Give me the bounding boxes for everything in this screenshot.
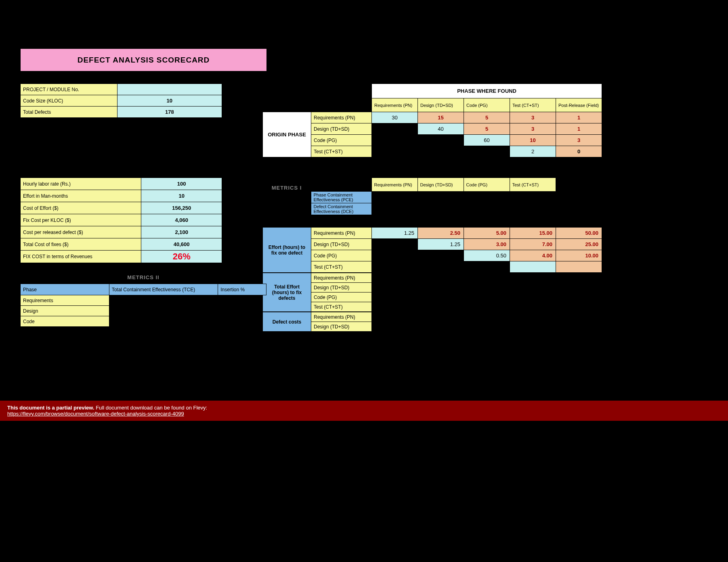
effort-cell: 0.50 bbox=[464, 250, 510, 261]
metrics2-table: PhaseTotal Containment Effectiveness (TC… bbox=[20, 284, 266, 327]
m2-row: Design bbox=[21, 306, 109, 316]
m2-hdr: Total Containment Effectiveness (TCE) bbox=[109, 284, 218, 295]
m2-hdr: Insertion % bbox=[218, 284, 266, 295]
left2-value: 40,600 bbox=[141, 238, 222, 251]
origin-cell: 3 bbox=[510, 112, 556, 123]
origin-row: Test (CT+ST) bbox=[311, 146, 372, 157]
effort-cell: 10.00 bbox=[556, 250, 602, 261]
origin-row: Requirements (PN) bbox=[311, 112, 372, 123]
effort-cell: 50.00 bbox=[556, 228, 602, 239]
left2-label: Cost of Effort ($) bbox=[21, 202, 141, 214]
m1-col: Test (CT+ST) bbox=[510, 178, 556, 192]
left2-value: 100 bbox=[141, 178, 222, 190]
effort-row: Test (CT+ST) bbox=[311, 261, 372, 273]
effort-row: Requirements (PN) bbox=[311, 228, 372, 239]
effort-cell bbox=[418, 261, 464, 273]
phase-col: Requirements (PN) bbox=[372, 98, 418, 112]
effort-cell: 5.00 bbox=[464, 228, 510, 239]
effort-cell: 1.25 bbox=[372, 228, 418, 239]
m2-row: Code bbox=[21, 316, 109, 327]
origin-cell: 5 bbox=[464, 112, 510, 123]
metrics1-label: METRICS I bbox=[262, 178, 311, 192]
m2-hdr: Phase bbox=[21, 284, 109, 295]
origin-cell: 1 bbox=[556, 112, 602, 123]
left2-label: Cost per released defect ($) bbox=[21, 226, 141, 238]
preview-footer: This document is a partial preview. Full… bbox=[0, 401, 728, 421]
left2-value: 4,060 bbox=[141, 214, 222, 226]
effort-cell bbox=[372, 239, 418, 250]
origin-cell: 3 bbox=[556, 135, 602, 146]
origin-phase-label: ORIGIN PHASE bbox=[263, 112, 311, 157]
effort-label: Effort (hours) to fix one defect bbox=[263, 228, 311, 273]
left2-value: 2,100 bbox=[141, 226, 222, 238]
footer-bold: This document is a partial preview. bbox=[7, 405, 94, 411]
left2-value: 26% bbox=[141, 251, 222, 263]
footer-link[interactable]: https://flevy.com/browse/document/softwa… bbox=[7, 411, 184, 417]
defect-costs-label: Defect costs bbox=[263, 312, 311, 332]
summary-table-1: PROJECT / MODULE No.Code Size (KLOC)10To… bbox=[20, 84, 222, 118]
m1-row: Defect Containment Effectiveness (DCE) bbox=[311, 203, 371, 215]
origin-cell: 0 bbox=[556, 146, 602, 157]
defect-costs-table: Defect costsRequirements (PN)Design (TD+… bbox=[262, 312, 372, 332]
phase-col: Post-Release (Field) bbox=[556, 98, 602, 112]
effort-cell: 1.25 bbox=[418, 239, 464, 250]
effort-row: Code (PG) bbox=[311, 250, 372, 261]
left1-label: PROJECT / MODULE No. bbox=[21, 84, 117, 95]
effort-cell bbox=[372, 250, 418, 261]
phase-col: Test (CT+ST) bbox=[510, 98, 556, 112]
origin-cell bbox=[418, 135, 464, 146]
te-row: Requirements (PN) bbox=[311, 273, 372, 283]
left2-label: FIX COST in terms of Revenues bbox=[21, 251, 141, 263]
te-row: Code (PG) bbox=[311, 292, 372, 302]
dc-row: Requirements (PN) bbox=[311, 312, 372, 322]
effort-cell: 15.00 bbox=[510, 228, 556, 239]
left2-label: Effort in Man-months bbox=[21, 190, 141, 202]
metrics1-table: METRICS I Requirements (PN)Design (TD+SD… bbox=[262, 178, 556, 192]
left2-label: Fix Cost per KLOC ($) bbox=[21, 214, 141, 226]
phase-col: Design (TD+SD) bbox=[418, 98, 464, 112]
left2-label: Total Cost of fixes ($) bbox=[21, 238, 141, 251]
left2-label: Hourly labor rate (Rs.) bbox=[21, 178, 141, 190]
effort-cell bbox=[464, 261, 510, 273]
phase-col: Code (PG) bbox=[464, 98, 510, 112]
effort-row: Design (TD+SD) bbox=[311, 239, 372, 250]
metrics2-label: METRICS II bbox=[20, 274, 266, 280]
effort-cell: 3.00 bbox=[464, 239, 510, 250]
m2-row: Requirements bbox=[21, 295, 109, 306]
effort-cell bbox=[372, 261, 418, 273]
total-effort-label: Total Effort (hours) to fix defects bbox=[263, 273, 311, 312]
left2-value: 156,250 bbox=[141, 202, 222, 214]
origin-row: Code (PG) bbox=[311, 135, 372, 146]
effort-cell bbox=[510, 261, 556, 273]
origin-cell: 60 bbox=[464, 135, 510, 146]
effort-cell: 4.00 bbox=[510, 250, 556, 261]
origin-cell: 3 bbox=[510, 123, 556, 135]
origin-cell bbox=[372, 135, 418, 146]
dc-row: Design (TD+SD) bbox=[311, 322, 372, 332]
te-row: Test (CT+ST) bbox=[311, 302, 372, 312]
left1-label: Total Defects bbox=[21, 107, 117, 118]
left1-value bbox=[117, 84, 222, 95]
title-block: DEFECT ANALYSIS SCORECARD bbox=[20, 48, 267, 71]
origin-cell: 30 bbox=[372, 112, 418, 123]
origin-cell: 5 bbox=[464, 123, 510, 135]
origin-cell bbox=[372, 146, 418, 157]
phase-where-found: PHASE WHERE FOUND Requirements (PN)Desig… bbox=[262, 84, 602, 157]
effort-cell: 25.00 bbox=[556, 239, 602, 250]
origin-cell bbox=[464, 146, 510, 157]
m1-row: Phase Containment Effectiveness (PCE) bbox=[311, 192, 371, 203]
left1-label: Code Size (KLOC) bbox=[21, 95, 117, 107]
m1-col: Design (TD+SD) bbox=[417, 178, 464, 192]
origin-row: Design (TD+SD) bbox=[311, 123, 372, 135]
origin-cell: 10 bbox=[510, 135, 556, 146]
phase-header: PHASE WHERE FOUND bbox=[372, 84, 602, 98]
effort-table: Effort (hours) to fix one defectRequirem… bbox=[262, 227, 602, 273]
left2-value: 10 bbox=[141, 190, 222, 202]
origin-cell: 1 bbox=[556, 123, 602, 135]
origin-cell bbox=[418, 146, 464, 157]
page-title: DEFECT ANALYSIS SCORECARD bbox=[21, 49, 267, 71]
effort-cell: 7.00 bbox=[510, 239, 556, 250]
origin-cell: 15 bbox=[418, 112, 464, 123]
summary-table-2: Hourly labor rate (Rs.)100Effort in Man-… bbox=[20, 178, 222, 263]
origin-cell bbox=[372, 123, 418, 135]
